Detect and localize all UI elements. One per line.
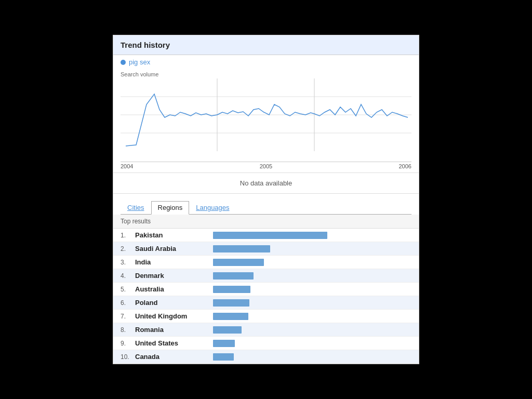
result-row: 3. India [113,256,419,269]
xaxis-label-2004: 2004 [121,163,133,169]
rank-7: 7. [121,313,135,320]
result-row: 6. Poland [113,296,419,310]
tab-regions[interactable]: Regions [151,201,190,215]
chart-xaxis: 2004 2005 2006 [121,162,411,172]
rank-6: 6. [121,299,135,307]
tab-languages[interactable]: Languages [189,201,236,214]
search-term-row: pig sex [113,55,419,69]
tab-cities[interactable]: Cities [121,201,151,214]
rank-8: 8. [121,326,135,334]
country-poland: Poland [135,299,213,307]
bar-container-1 [213,232,411,239]
bar-australia [213,286,250,293]
country-uk: United Kingdom [135,312,213,320]
country-pakistan: Pakistan [135,231,213,239]
bar-india [213,259,264,266]
bar-container-8 [213,326,411,334]
result-row: 10. Canada [113,350,419,364]
result-row: 8. Romania [113,323,419,337]
tabs-bar: Cities Regions Languages [121,201,411,215]
main-panel: Trend history pig sex Search volume 2004… [113,35,419,364]
bar-container-10 [213,353,411,361]
rank-4: 4. [121,272,135,280]
panel-header: Trend history [113,35,419,55]
country-india: India [135,258,213,266]
result-row: 4. Denmark [113,269,419,283]
bar-us [213,340,235,347]
bar-container-6 [213,299,411,307]
term-dot [121,60,126,65]
country-canada: Canada [135,353,213,361]
result-row: 1. Pakistan [113,229,419,242]
tabs-section: Cities Regions Languages [113,194,419,215]
no-data-section: No data available [113,173,419,194]
country-australia: Australia [135,285,213,293]
chart-label: Search volume [121,69,411,78]
bar-container-5 [213,286,411,293]
country-us: United States [135,339,213,347]
xaxis-label-2006: 2006 [399,163,411,169]
panel-title: Trend history [121,41,411,49]
result-row: 5. Australia [113,283,419,296]
country-denmark: Denmark [135,272,213,280]
rank-3: 3. [121,259,135,266]
result-row: 9. United States [113,337,419,350]
rank-10: 10. [121,353,135,361]
bar-container-9 [213,340,411,347]
search-term-link[interactable]: pig sex [129,58,150,66]
chart-area: Search volume 2004 2005 2006 [113,69,419,173]
result-row: 7. United Kingdom [113,310,419,323]
trend-chart [121,78,411,151]
bar-saudi-arabia [213,245,270,252]
bar-pakistan [213,232,327,239]
bar-container-4 [213,272,411,280]
results-header: Top results [113,215,419,229]
bar-denmark [213,272,254,280]
bar-container-3 [213,259,411,266]
country-saudi-arabia: Saudi Arabia [135,245,213,252]
chart-container [121,78,411,162]
bar-poland [213,299,249,307]
country-romania: Romania [135,326,213,334]
results-section: Top results 1. Pakistan 2. Saudi Arabia … [113,215,419,364]
rank-5: 5. [121,286,135,293]
rank-2: 2. [121,245,135,252]
bar-romania [213,326,242,334]
rank-9: 9. [121,340,135,347]
bar-container-2 [213,245,411,252]
rank-1: 1. [121,232,135,239]
bar-uk [213,313,248,320]
xaxis-label-2005: 2005 [260,163,272,169]
result-row: 2. Saudi Arabia [113,242,419,256]
no-data-text: No data available [240,179,292,187]
bar-container-7 [213,313,411,320]
bar-canada [213,353,234,361]
